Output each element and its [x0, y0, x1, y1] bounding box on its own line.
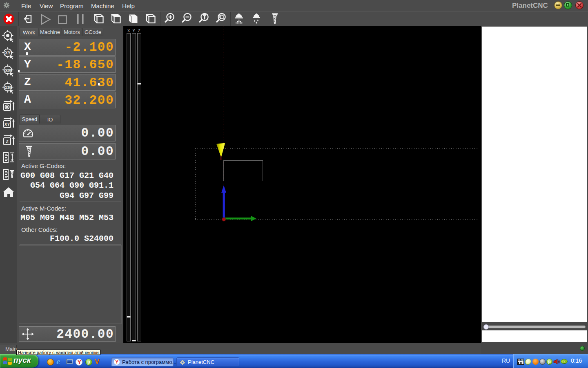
svg-text:XY: XY [5, 51, 11, 55]
svg-text:Z: Z [138, 29, 140, 33]
svg-text:Y: Y [132, 29, 135, 33]
svg-text:G30: G30 [4, 85, 11, 90]
svg-text:XY: XY [4, 122, 10, 127]
svg-text:G28: G28 [4, 68, 11, 72]
svg-text:X: X [127, 29, 130, 33]
svg-text:Z: Z [6, 139, 8, 144]
